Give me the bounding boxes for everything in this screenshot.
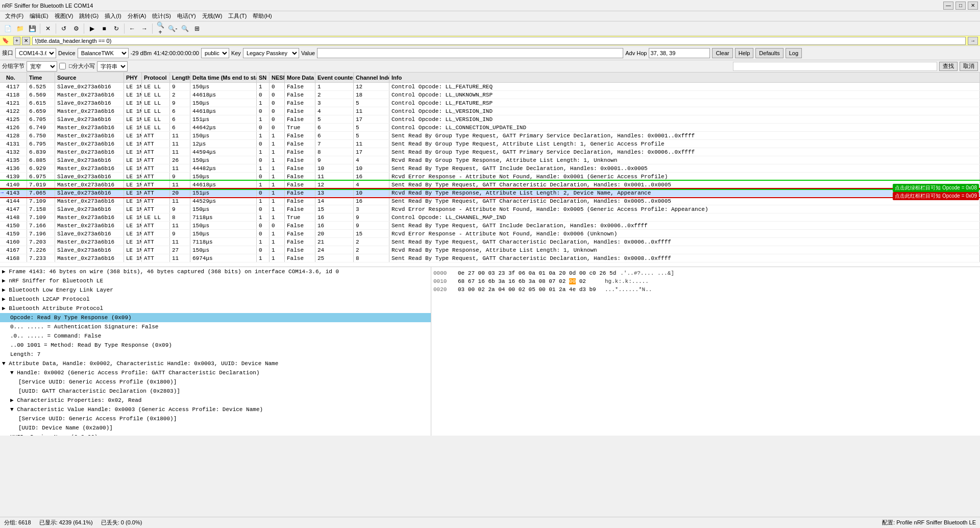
packet-row[interactable]: 4132 6.839 Master_0x273a6b16 LE 1M ATT 1…	[0, 148, 980, 156]
help-button[interactable]: Help	[735, 48, 754, 58]
pkt-info: Sent Read By Type Request, GATT Characte…	[389, 254, 980, 262]
detail-item[interactable]: [UUID: GATT Characteristic Declaration (…	[0, 387, 431, 396]
detail-item[interactable]: ▶ Bluetooth L2CAP Protocol	[0, 295, 431, 304]
packet-row[interactable]: 4139 6.975 Slave_0x273a6b16 LE 1M ATT 9 …	[0, 173, 980, 181]
detail-item[interactable]: ▶ Characteristic Properties: 0x02, Read	[0, 396, 431, 405]
detail-item[interactable]: ▶ Frame 4143: 46 bytes on wire (368 bits…	[0, 267, 431, 276]
menu-tools[interactable]: 工具(T)	[225, 11, 250, 21]
menu-view[interactable]: 视图(V)	[52, 11, 77, 21]
tb-forward[interactable]: →	[139, 23, 150, 34]
detail-item[interactable]: ▶ nRF Sniffer for Bluetooth LE	[0, 276, 431, 285]
packet-row[interactable]: 4167 7.226 Slave_0x273a6b16 LE 1M ATT 27…	[0, 246, 980, 254]
detail-item[interactable]: 0... ..... = Authentication Signature: F…	[0, 322, 431, 331]
packet-list[interactable]: 4117 6.525 Slave_0x273a6b16 LE 1M LE LL …	[0, 83, 980, 267]
detail-item[interactable]: ..00 1001 = Method: Read By Type Respons…	[0, 341, 431, 350]
menu-insert[interactable]: 插入(I)	[102, 11, 124, 21]
packet-row[interactable]: 4159 7.196 Slave_0x273a6b16 LE 1M ATT 9 …	[0, 230, 980, 238]
detail-item[interactable]: ▼ Characteristic Value Handle: 0x0003 (G…	[0, 405, 431, 414]
cancel-button[interactable]: 取消	[960, 62, 978, 71]
packet-row[interactable]: 4160 7.203 Master_0x273a6b16 LE 1M ATT 1…	[0, 238, 980, 246]
menu-edit[interactable]: 编辑(E)	[27, 11, 52, 21]
interface-select[interactable]: COM14-3.6	[15, 48, 56, 58]
packet-row[interactable]: 4125 6.705 Slave_0x273a6b16 LE 1M LE LL …	[0, 115, 980, 124]
tb-start[interactable]: ▶	[86, 23, 97, 34]
addr-type-select[interactable]: public	[201, 48, 229, 58]
detail-item[interactable]: .0.. ..... = Command: False	[0, 331, 431, 341]
value-input[interactable]	[317, 48, 623, 58]
pkt-time: 6.749	[27, 124, 55, 131]
menu-wireless[interactable]: 无线(W)	[199, 11, 226, 21]
tb-expand[interactable]: ⊞	[191, 23, 203, 34]
log-button[interactable]: Log	[786, 48, 802, 58]
packet-row[interactable]: 4150 7.166 Master_0x273a6b16 LE 1M ATT 1…	[0, 222, 980, 230]
tb-zoom-out[interactable]: 🔍-	[167, 23, 178, 34]
filter-clear[interactable]: ✕	[22, 37, 30, 45]
detail-item[interactable]: ▼ Handle: 0x0002 (Generic Access Profile…	[0, 368, 431, 377]
tb-open[interactable]: 📁	[14, 23, 26, 34]
tb-capture-opts[interactable]: ⚙	[70, 23, 82, 34]
filter-apply[interactable]: →	[968, 37, 978, 45]
menu-stats[interactable]: 统计(S)	[149, 11, 174, 21]
device-select[interactable]: BalanceTWK	[78, 48, 129, 58]
packet-row[interactable]: 4121 6.615 Slave_0x273a6b16 LE 1M LE LL …	[0, 99, 980, 107]
filter-add[interactable]: +	[13, 37, 20, 45]
detail-item[interactable]: ▼ Attribute Data, Handle: 0x0002, Charac…	[0, 359, 431, 368]
tb-stop[interactable]: ■	[99, 23, 110, 34]
packet-row[interactable]: 4128 6.750 Master_0x273a6b16 LE 1M ATT 1…	[0, 132, 980, 140]
tb-zoom-in[interactable]: 🔍+	[155, 23, 166, 34]
find-button[interactable]: 查找	[939, 62, 958, 71]
packet-row[interactable]: 4148 7.109 Master_0x273a6b16 LE 1M LE LL…	[0, 213, 980, 222]
font-select[interactable]: 字符串	[97, 61, 128, 71]
search-input[interactable]	[733, 62, 937, 71]
menu-phone[interactable]: 电话(Y)	[174, 11, 199, 21]
pkt-nesn: 1	[270, 246, 285, 254]
clear-button[interactable]: Clear	[712, 48, 732, 58]
case-checkbox[interactable]	[59, 63, 66, 69]
packet-row[interactable]: 4147 7.158 Slave_0x273a6b16 LE 1M ATT 9 …	[0, 205, 980, 213]
filter-input[interactable]	[32, 37, 966, 45]
packet-row[interactable]: 4118 6.569 Master_0x273a6b16 LE 1M LE LL…	[0, 91, 980, 99]
pkt-time: 6.929	[27, 164, 55, 172]
tb-reload[interactable]: ↺	[58, 23, 69, 34]
packet-row[interactable]: 4131 6.795 Master_0x273a6b16 LE 1M ATT 1…	[0, 140, 980, 148]
pkt-proto: ATT	[142, 140, 170, 148]
detail-panel[interactable]: ▶ Frame 4143: 46 bytes on wire (368 bits…	[0, 267, 431, 436]
packet-row[interactable]: 4135 6.885 Slave_0x273a6b16 LE 1M ATT 26…	[0, 156, 980, 164]
tb-new[interactable]: 📄	[2, 23, 13, 34]
tb-restart[interactable]: ↻	[111, 23, 122, 34]
minimize-button[interactable]: —	[943, 2, 953, 10]
packet-row[interactable]: 4140 7.019 Master_0x273a6b16 LE 1M ATT 1…	[0, 181, 980, 189]
menu-analyze[interactable]: 分析(A)	[125, 11, 150, 21]
packet-row[interactable]: 4168 7.233 Master_0x273a6b16 LE 1M ATT 1…	[0, 254, 980, 262]
detail-item[interactable]: UUID: Device Name (0x2a00)	[0, 433, 431, 436]
maximize-button[interactable]: □	[955, 2, 966, 10]
detail-item[interactable]: Length: 7	[0, 350, 431, 359]
menu-goto[interactable]: 跳转(G)	[76, 11, 102, 21]
packet-row[interactable]: 4126 6.749 Master_0x273a6b16 LE 1M LE LL…	[0, 124, 980, 132]
detail-item[interactable]: [Service UUID: Generic Access Profile (0…	[0, 414, 431, 423]
packet-row[interactable]: 4144 7.109 Master_0x273a6b16 LE 1M ATT 1…	[0, 197, 980, 205]
hex-panel[interactable]: 0000 0e 27 00 03 23 3f 06 0a 01 0a 20 0d…	[431, 267, 980, 436]
packet-row[interactable]: 4122 6.659 Master_0x273a6b16 LE 1M LE LL…	[0, 107, 980, 115]
packet-row[interactable]: → 4143 7.065 Slave_0x273a6b16 LE 1M ATT …	[0, 189, 980, 197]
adv-hop-input[interactable]	[649, 48, 710, 58]
defaults-button[interactable]: Defaults	[755, 48, 783, 58]
tb-save[interactable]: 💾	[27, 23, 38, 34]
detail-item[interactable]: [UUID: Device Name (0x2a00)]	[0, 423, 431, 433]
packet-row[interactable]: 4136 6.929 Master_0x273a6b16 LE 1M ATT 1…	[0, 164, 980, 173]
menu-file[interactable]: 文件(F)	[2, 11, 27, 21]
pkt-nesn: 1	[270, 181, 285, 188]
detail-item[interactable]: Opcode: Read By Type Response (0x09)	[0, 313, 431, 322]
close-button[interactable]: ✕	[968, 2, 978, 10]
menu-help[interactable]: 帮助(H)	[250, 11, 275, 21]
key-select[interactable]: Legacy Passkey	[243, 48, 299, 58]
tb-back[interactable]: ←	[127, 23, 138, 34]
pkt-evtctr: 24	[315, 246, 354, 254]
tb-zoom-norm[interactable]: 🔍	[179, 23, 190, 34]
detail-item[interactable]: ▶ Bluetooth Low Energy Link Layer	[0, 285, 431, 295]
packet-row[interactable]: 4117 6.525 Slave_0x273a6b16 LE 1M LE LL …	[0, 83, 980, 91]
tb-close[interactable]: ✕	[42, 23, 54, 34]
detail-item[interactable]: ▶ Bluetooth Attribute Protocol	[0, 304, 431, 313]
detail-item[interactable]: [Service UUID: Generic Access Profile (0…	[0, 377, 431, 387]
group-select[interactable]: 宽窄	[27, 61, 57, 71]
